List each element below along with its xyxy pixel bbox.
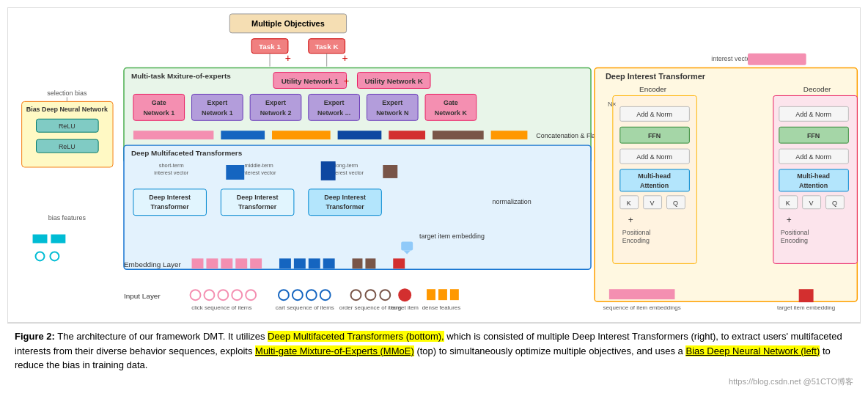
embedding-layer-label: Embedding Layer bbox=[124, 260, 182, 268]
cart-seq-label: cart sequence of items bbox=[276, 304, 334, 311]
svg-rect-35 bbox=[309, 258, 320, 268]
dit-panel-label: Deep Interest Transformer bbox=[606, 72, 706, 81]
enc-ffn-label: FFN bbox=[648, 132, 661, 139]
dec-pos-label2: Encoding bbox=[781, 238, 808, 245]
svg-rect-32 bbox=[250, 258, 262, 268]
dit1-label: Deep Interest bbox=[149, 194, 191, 201]
gate1-label2: Network 1 bbox=[143, 109, 174, 117]
target-item-label: target item bbox=[391, 304, 419, 311]
caption-text1: The architecture of our framework DMT. I… bbox=[57, 331, 268, 342]
click-seq-label: click sequence of items bbox=[191, 304, 251, 311]
figure-label: Figure 2: bbox=[15, 331, 55, 342]
expert3-label: Expert bbox=[324, 99, 345, 106]
dec-v-label: V bbox=[809, 200, 814, 207]
expert3-label2: Network ... bbox=[317, 109, 350, 117]
svg-point-41 bbox=[204, 290, 214, 300]
dense-features-label: dense features bbox=[422, 304, 461, 311]
dit3-label: Deep Interest bbox=[324, 194, 366, 201]
dit1-label2: Transformer bbox=[151, 203, 190, 211]
svg-rect-39 bbox=[393, 258, 405, 268]
enc-k-label: K bbox=[627, 200, 631, 207]
svg-rect-61 bbox=[51, 235, 65, 244]
dec-addnorm2-label: Add & Norm bbox=[795, 153, 831, 161]
normalization-label: normalization bbox=[493, 198, 532, 205]
svg-rect-16 bbox=[272, 131, 331, 139]
enc-pos-label2: Encoding bbox=[622, 238, 650, 245]
svg-rect-29 bbox=[206, 258, 218, 268]
architecture-diagram: Multiple Objectives Task 1 Task K + + Mu… bbox=[8, 8, 860, 322]
expert2-label: Expert bbox=[265, 99, 286, 106]
dit2-label2: Transformer bbox=[238, 203, 277, 211]
middle-term-label2: interest vector bbox=[242, 169, 276, 176]
svg-point-40 bbox=[191, 290, 201, 300]
svg-rect-31 bbox=[235, 258, 247, 268]
expertn-label2: Network N bbox=[376, 109, 408, 117]
long-term-label: long-term bbox=[335, 162, 358, 169]
svg-rect-60 bbox=[33, 235, 48, 244]
expert1-label2: Network 1 bbox=[202, 109, 233, 117]
selection-bias-label: selection bias bbox=[47, 89, 87, 97]
svg-point-44 bbox=[246, 290, 256, 300]
enc-mha-label2: Attention bbox=[640, 182, 669, 189]
input-layer-label: Input Layer bbox=[124, 292, 161, 300]
svg-rect-28 bbox=[192, 258, 204, 268]
target-embedding-label: target item embedding bbox=[419, 233, 485, 240]
svg-rect-84 bbox=[401, 242, 413, 251]
gate1-label: Gate bbox=[152, 99, 166, 106]
main-container: Multiple Objectives Task 1 Task K + + Mu… bbox=[0, 0, 868, 399]
enc-plus: + bbox=[628, 215, 633, 225]
taskk-label: Task K bbox=[315, 43, 339, 51]
caption-area: Figure 2: The architecture of our framew… bbox=[7, 323, 861, 393]
gatek-label: Gate bbox=[444, 99, 458, 106]
enc-q-label: Q bbox=[673, 200, 678, 207]
caption-highlight2: Multi-gate Mixture-of-Experts (MMoE) bbox=[255, 345, 414, 356]
dec-mha-label: Multi-head bbox=[797, 172, 830, 180]
short-term-label: short-term bbox=[159, 162, 184, 169]
svg-point-51 bbox=[380, 290, 390, 300]
mmoe-label: Multi-task Mxiture-of-experts bbox=[131, 72, 231, 80]
svg-rect-19 bbox=[433, 131, 484, 139]
svg-rect-36 bbox=[323, 258, 335, 268]
task1-label: Task 1 bbox=[259, 43, 282, 51]
caption-highlight3: Bias Deep Neural Network (left) bbox=[685, 345, 820, 356]
middle-term-label: middle-term bbox=[244, 162, 273, 169]
decoder-label: Decoder bbox=[803, 85, 831, 93]
svg-rect-34 bbox=[294, 258, 306, 268]
short-term-label2: interest vector bbox=[154, 169, 188, 176]
bias-dnn-label: Bias Deep Neural Network bbox=[26, 106, 108, 113]
target-embedding2-label: target item embedding bbox=[777, 304, 835, 311]
enc-addnorm2-label: Add & Norm bbox=[636, 153, 672, 161]
caption-text: Figure 2: The architecture of our framew… bbox=[15, 329, 853, 373]
svg-rect-14 bbox=[133, 131, 213, 139]
plus2: + bbox=[342, 52, 347, 64]
svg-point-63 bbox=[50, 252, 59, 260]
svg-point-62 bbox=[36, 252, 45, 260]
multiple-objectives-label: Multiple Objectives bbox=[251, 19, 325, 28]
utilityk-label: Utility Network K bbox=[364, 77, 423, 85]
watermark: https://blog.csdn.net @51CTO博客 bbox=[15, 376, 853, 388]
svg-rect-17 bbox=[338, 131, 382, 139]
svg-point-52 bbox=[398, 288, 411, 301]
dec-mha-label2: Attention bbox=[799, 182, 828, 189]
svg-rect-15 bbox=[221, 131, 265, 139]
enc-pos-label: Positional bbox=[622, 229, 651, 236]
svg-rect-54 bbox=[438, 289, 447, 300]
svg-rect-18 bbox=[389, 131, 425, 139]
expert2-label2: Network 2 bbox=[260, 109, 292, 117]
dec-q-label: Q bbox=[832, 200, 837, 207]
svg-point-50 bbox=[365, 290, 375, 300]
expertn-label: Expert bbox=[382, 99, 402, 106]
svg-point-48 bbox=[320, 290, 331, 300]
svg-point-42 bbox=[218, 290, 228, 300]
enc-addnorm1-label: Add & Norm bbox=[636, 111, 672, 118]
svg-rect-37 bbox=[353, 258, 363, 268]
dec-addnorm1-label: Add & Norm bbox=[795, 111, 831, 118]
gatek-label2: Network K bbox=[435, 109, 468, 117]
svg-rect-55 bbox=[450, 289, 459, 300]
dec-ffn-label: FFN bbox=[807, 132, 820, 139]
bias-features-label: bias features bbox=[48, 214, 87, 222]
svg-rect-33 bbox=[279, 258, 291, 268]
diagram-area: Multiple Objectives Task 1 Task K + + Mu… bbox=[7, 7, 861, 323]
caption-highlight1: Deep Multifaceted Transformers (bottom), bbox=[268, 331, 444, 342]
dmt-label: Deep Multifaceted Transformers bbox=[131, 149, 243, 157]
